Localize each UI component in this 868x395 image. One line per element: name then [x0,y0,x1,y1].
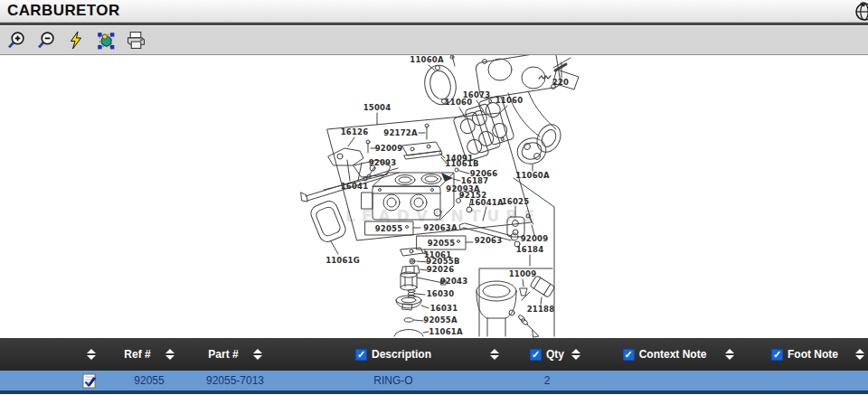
part-number-label[interactable]: 92093 [369,158,397,167]
parts-table-header: Ref # Part # ✓ Description ✓ Qty ✓ Conte… [0,338,868,371]
part-number-label[interactable]: 16030 [427,289,455,298]
part-number-label[interactable]: 92043 [440,277,468,286]
part-number-label[interactable]: 92026 [427,265,455,274]
print-button[interactable] [125,30,146,52]
part-number-label[interactable]: 92055 [428,239,456,248]
part-number-label[interactable]: 16126 [341,127,369,136]
sort-icon[interactable] [490,349,499,360]
qty-column-checkbox[interactable]: ✓ [530,349,542,361]
context-note-column-checkbox[interactable]: ✓ [623,349,635,361]
zoom-out-button[interactable] [35,30,57,52]
part-number-label[interactable]: 16184 [516,245,544,254]
part-number-label[interactable]: 92009 [375,144,403,153]
part-number-label[interactable]: 11060 [445,98,473,107]
col-label-context-note: Context Note [639,348,707,361]
zoom-in-button[interactable] [5,30,27,52]
part-number-label[interactable]: 11009 [509,269,537,278]
cell-foot-note [741,371,868,390]
col-label-qty: Qty [546,348,564,361]
foot-note-column-checkbox[interactable]: ✓ [771,349,783,361]
cell-qty: 2 [506,371,588,390]
part-number-label[interactable]: 220 [552,78,569,87]
col-header-ref[interactable]: Ref # [108,338,190,371]
cell-ref: 92055 [108,371,190,390]
checkmark: ✓ [625,350,633,360]
checkmark: ✓ [773,350,781,360]
part-number-label[interactable]: 92172A [383,128,418,137]
sort-icon[interactable] [725,349,734,360]
col-header-context-note[interactable]: ✓ Context Note [588,338,741,371]
col-header-description[interactable]: ✓ Description [280,338,506,371]
edit-note-icon[interactable] [82,373,98,389]
part-number-label[interactable]: 11060 [495,96,524,105]
part-number-label[interactable]: 11061A [429,327,463,336]
description-column-checkbox[interactable]: ✓ [355,349,367,361]
part-number-label[interactable]: 16025 [502,197,530,206]
part-number-label[interactable]: 11061B [445,159,478,168]
part-number-label[interactable]: 92063 [475,236,503,245]
sort-icon[interactable] [165,349,175,360]
part-number-label[interactable]: 11061G [326,256,360,265]
diagram-area: LEADVENTURE [0,55,868,338]
part-number-label[interactable]: 92063A [423,223,458,232]
col-header-foot-note[interactable]: ✓ Foot Note [741,338,868,371]
part-number-label[interactable]: 92055A [423,315,458,324]
sort-icon[interactable] [571,349,580,360]
part-number-label[interactable]: 11060A [515,171,550,180]
page-header: CARBURETOR [0,0,868,22]
watermark: LEADVENTURE [345,207,541,225]
lightning-icon-button[interactable] [65,30,87,52]
col-label-ref: Ref # [124,348,150,361]
part-number-label[interactable]: 21188 [527,305,555,314]
checkmark: ✓ [532,350,540,360]
checkmark: ✓ [357,350,365,360]
col-label-part: Part # [208,348,238,361]
sort-icon[interactable] [87,349,96,360]
part-number-label[interactable]: 16041 [341,182,369,191]
part-number-label[interactable]: 11060A [410,55,444,64]
part-number-label[interactable]: 16041A [469,198,504,207]
col-header-select[interactable] [0,338,108,371]
col-header-part[interactable]: Part # [190,338,280,371]
sort-icon[interactable] [855,349,864,360]
part-number-label[interactable]: 15004 [363,103,392,112]
side-gasket-drawing [308,199,348,254]
toolbar [0,26,868,55]
sort-icon[interactable] [253,349,262,360]
col-label-foot-note: Foot Note [788,348,838,361]
part-number-label[interactable]: 16031 [430,304,458,313]
select-object-button[interactable] [95,30,117,52]
table-bottom-border [0,390,868,394]
col-header-qty[interactable]: ✓ Qty [506,338,588,371]
cell-description: RING-O [280,371,506,390]
cell-context-note [588,371,741,390]
cell-part: 92055-7013 [190,371,280,390]
globe-icon[interactable] [853,1,868,22]
table-row[interactable]: 92055 92055-7013 RING-O 2 [0,371,868,390]
part-number-label[interactable]: 92009 [521,234,549,243]
parts-diagram[interactable]: LEADVENTURE [0,55,868,338]
part-number-label[interactable]: 92055 [375,224,403,233]
col-label-description: Description [372,348,431,361]
page-title: CARBURETOR [7,2,120,20]
